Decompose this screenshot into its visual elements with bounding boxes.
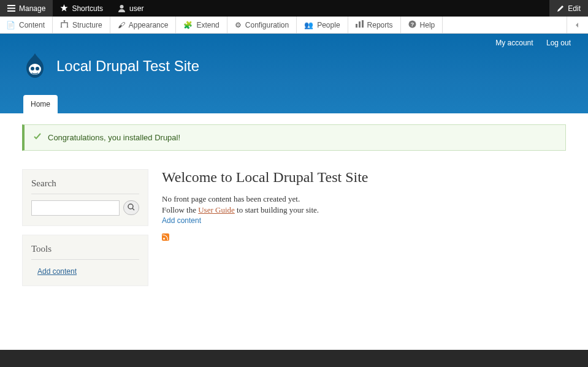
pencil-icon (557, 5, 564, 12)
svg-rect-4 (356, 24, 357, 28)
help-icon: ? (408, 20, 416, 30)
puzzle-icon: 🧩 (183, 21, 193, 29)
user-guide-link[interactable]: User Guide (198, 205, 235, 214)
svg-rect-5 (359, 21, 361, 28)
log-out-link[interactable]: Log out (546, 39, 571, 47)
admin-people[interactable]: 👥People (297, 17, 348, 33)
no-content-text: No front page content has been created y… (162, 194, 566, 204)
admin-structure[interactable]: Structure (53, 17, 110, 33)
svg-point-1 (64, 20, 66, 21)
svg-point-9 (29, 64, 41, 75)
admin-extend[interactable]: 🧩Extend (176, 17, 227, 33)
admin-menu: 📄Content Structure 🖌Appearance 🧩Extend ⚙… (0, 17, 588, 34)
svg-point-0 (120, 5, 124, 9)
search-input[interactable] (31, 200, 120, 216)
svg-point-3 (67, 27, 69, 28)
svg-text:?: ? (410, 21, 414, 28)
admin-configuration[interactable]: ⚙Configuration (227, 17, 297, 33)
checkmark-icon (33, 132, 42, 143)
tools-add-content-link[interactable]: Add content (31, 267, 77, 276)
svg-point-2 (61, 27, 63, 28)
status-message: Congratulations, you installed Drupal! (22, 124, 566, 151)
svg-point-12 (128, 204, 133, 209)
status-text: Congratulations, you installed Drupal! (48, 133, 180, 142)
my-account-link[interactable]: My account (495, 39, 533, 47)
edit-label: Edit (568, 4, 581, 13)
manage-button[interactable]: Manage (0, 0, 53, 17)
svg-rect-6 (362, 20, 364, 28)
follow-text: Follow the User Guide to start building … (162, 205, 566, 215)
site-footer: Contact Powered by Drupal (0, 350, 588, 367)
admin-reports[interactable]: Reports (348, 17, 401, 33)
people-icon: 👥 (304, 21, 313, 29)
shortcuts-button[interactable]: Shortcuts (53, 0, 110, 17)
tools-heading: Tools (31, 244, 139, 260)
search-block: Search (22, 169, 148, 226)
tab-home[interactable]: Home (23, 95, 58, 113)
user-links: My account Log out (484, 39, 571, 47)
admin-help[interactable]: ?Help (401, 17, 443, 33)
gear-icon: ⚙ (235, 21, 242, 29)
user-label: user (129, 4, 143, 13)
shortcuts-label: Shortcuts (72, 4, 103, 13)
admin-collapse[interactable] (567, 17, 588, 33)
tools-block: Tools Add content (22, 235, 148, 286)
edit-button[interactable]: Edit (549, 0, 588, 17)
site-name[interactable]: Local Drupal Test Site (56, 58, 199, 75)
svg-point-11 (36, 67, 39, 70)
rss-icon[interactable] (162, 233, 169, 241)
structure-icon (60, 20, 69, 29)
add-content-link[interactable]: Add content (162, 216, 566, 225)
search-icon (128, 203, 135, 213)
search-heading: Search (31, 178, 139, 194)
hamburger-icon (7, 5, 15, 12)
brush-icon: 🖌 (118, 21, 125, 29)
page-title: Welcome to Local Drupal Test Site (162, 169, 566, 186)
file-icon: 📄 (6, 21, 15, 29)
admin-content[interactable]: 📄Content (0, 17, 53, 33)
manage-label: Manage (19, 4, 45, 13)
user-icon (118, 4, 126, 12)
user-button[interactable]: user (110, 0, 151, 17)
bars-icon (356, 20, 364, 29)
svg-point-10 (31, 67, 34, 70)
star-icon (60, 4, 68, 12)
drupal-logo-icon (22, 52, 48, 80)
search-button[interactable] (123, 200, 139, 215)
top-toolbar: Manage Shortcuts user Edit (0, 0, 588, 17)
admin-appearance[interactable]: 🖌Appearance (110, 17, 177, 33)
site-header: My account Log out Local Drupal Test Sit… (0, 34, 588, 113)
